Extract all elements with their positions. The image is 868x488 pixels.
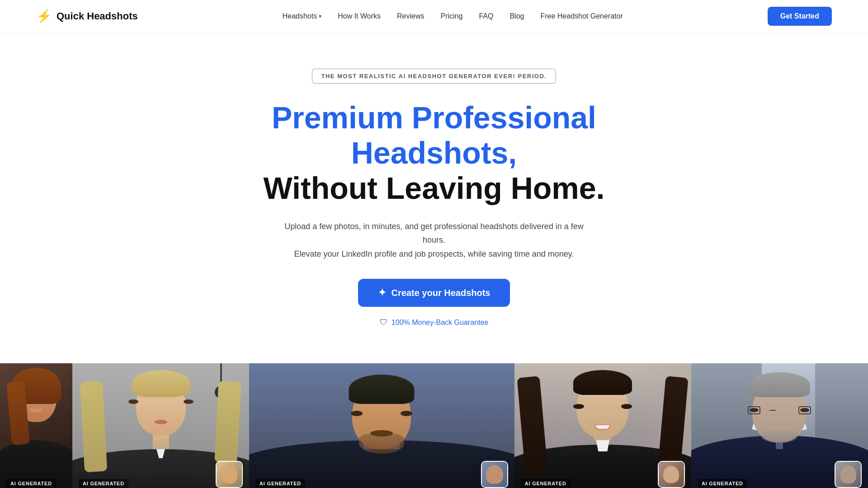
gallery-item-1: AI GENERATED bbox=[0, 363, 72, 488]
nav-item-blog[interactable]: Blog bbox=[509, 12, 524, 20]
nav-item-pricing[interactable]: Pricing bbox=[440, 12, 462, 20]
thumbnail-3 bbox=[481, 461, 508, 488]
hero-title: Premium Professional Headshots, Without … bbox=[231, 100, 637, 206]
ai-badge-2: AI GENERATED bbox=[79, 479, 128, 488]
nav-menu: Headshots ▾ How It Works Reviews Pricing… bbox=[283, 12, 623, 20]
nav-item-reviews[interactable]: Reviews bbox=[397, 12, 424, 20]
nav-item-how-it-works[interactable]: How It Works bbox=[338, 12, 381, 20]
ai-badge-4: AI GENERATED bbox=[521, 479, 571, 488]
hero-title-dark: Without Leaving Home. bbox=[264, 171, 605, 205]
ai-badge-5: AI GENERATED bbox=[698, 479, 747, 488]
nav-item-headshots[interactable]: Headshots ▾ bbox=[283, 12, 322, 20]
get-started-button[interactable]: Get Started bbox=[768, 7, 832, 26]
hero-badge: THE MOST REALISTIC AI HEADSHOT GENERATOR… bbox=[312, 69, 557, 84]
sparkle-icon: ✦ bbox=[378, 287, 386, 299]
navbar: ⚡ Quick Headshots Headshots ▾ How It Wor… bbox=[0, 0, 868, 33]
gallery-item-3: AI GENERATED bbox=[249, 363, 514, 488]
thumbnail-5 bbox=[835, 461, 862, 488]
shield-icon: 🛡 bbox=[380, 318, 388, 327]
chevron-down-icon: ▾ bbox=[319, 13, 321, 19]
nav-item-free-generator[interactable]: Free Headshot Generator bbox=[540, 12, 623, 20]
ai-badge-1: AI GENERATED bbox=[6, 479, 56, 488]
hero-title-blue: Premium Professional Headshots, bbox=[272, 100, 596, 170]
hero-subtitle: Upload a few photos, in minutes, and get… bbox=[280, 220, 588, 261]
gallery-item-2: AI GENERATED bbox=[72, 363, 249, 488]
brand-icon: ⚡ bbox=[36, 9, 52, 23]
ai-badge-3: AI GENERATED bbox=[255, 479, 305, 488]
nav-item-faq[interactable]: FAQ bbox=[479, 12, 493, 20]
photo-gallery: AI GENERATED AI GENERA bbox=[0, 363, 868, 488]
thumbnail-4 bbox=[658, 461, 685, 488]
brand-name: Quick Headshots bbox=[57, 10, 138, 22]
thumbnail-2 bbox=[216, 461, 243, 488]
money-back-guarantee: 🛡 100% Money-Back Guarantee bbox=[380, 318, 488, 327]
gallery-item-5: AI GENERATED bbox=[691, 363, 868, 488]
gallery-item-4: AI GENERATED bbox=[514, 363, 691, 488]
brand-logo[interactable]: ⚡ Quick Headshots bbox=[36, 9, 138, 23]
create-headshots-button[interactable]: ✦ Create your Headshots bbox=[358, 279, 510, 307]
hero-section: THE MOST REALISTIC AI HEADSHOT GENERATOR… bbox=[0, 33, 868, 354]
